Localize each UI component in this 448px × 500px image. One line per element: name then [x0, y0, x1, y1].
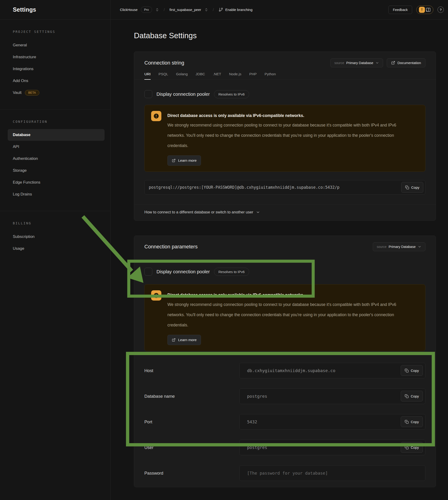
user-field[interactable]: postgres Copy: [239, 440, 425, 455]
learn-more-button[interactable]: Learn more: [167, 335, 201, 345]
warning-title: Direct database access is only available…: [167, 293, 401, 298]
warning-icon: [151, 290, 161, 300]
port-field[interactable]: 5432 Copy: [239, 414, 425, 430]
connect-help-expander[interactable]: How to connect to a different database o…: [134, 204, 436, 220]
sidebar-item-general[interactable]: General: [13, 39, 105, 51]
external-link-icon: [172, 338, 176, 342]
sidebar-item-authentication[interactable]: Authentication: [13, 153, 105, 165]
org-name[interactable]: ClickHouse: [120, 8, 138, 12]
plan-badge[interactable]: Pro: [141, 6, 152, 13]
section-label: PROJECT SETTINGS: [13, 30, 105, 33]
sidebar-item-usage[interactable]: Usage: [13, 243, 105, 254]
connection-string-tabs: URI PSQL Golang JDBC .NET Node.js PHP Py…: [134, 72, 436, 80]
tab-uri[interactable]: URI: [144, 72, 151, 80]
tab-dotnet[interactable]: .NET: [213, 72, 221, 80]
password-field[interactable]: [The password for your database]: [239, 465, 425, 481]
pooler-label: Display connection pooler: [157, 269, 210, 274]
display-connection-pooler-checkbox[interactable]: [144, 90, 152, 98]
sidebar-section-configuration: CONFIGURATION Database API Authenticatio…: [0, 110, 110, 211]
copy-icon: [405, 368, 409, 373]
database-name-row: Database name postgres Copy: [144, 388, 425, 404]
breadcrumb-separator: /: [211, 7, 215, 12]
sidebar-item-integrations[interactable]: Integrations: [13, 63, 105, 75]
sidebar-item-log-drains[interactable]: Log Drains: [13, 188, 105, 200]
settings-title: Settings: [13, 6, 36, 13]
port-label: Port: [144, 419, 239, 425]
alert-badge-icon: !: [419, 7, 425, 13]
chevron-down-icon: [256, 210, 260, 214]
warning-icon: [151, 111, 161, 121]
topbar: ClickHouse Pro / first_supabase_peer / E…: [111, 0, 448, 19]
user-row: User postgres Copy: [144, 440, 425, 455]
project-switcher-chevrons-icon[interactable]: [205, 8, 208, 12]
learn-more-button[interactable]: Learn more: [167, 155, 201, 166]
section-label: BILLING: [13, 221, 105, 225]
documentation-button[interactable]: Documentation: [387, 58, 425, 67]
git-branch-icon: [219, 7, 223, 12]
tab-jdbc[interactable]: JDBC: [196, 72, 205, 80]
database-name-label: Database name: [144, 394, 239, 399]
sidebar-item-vault[interactable]: Vault BETA: [13, 87, 105, 99]
connection-string-value[interactable]: postgresql://postgres:[YOUR-PASSWORD]@db…: [144, 180, 425, 195]
org-switcher-chevrons-icon[interactable]: [155, 8, 159, 12]
connection-string-card: Connection string source Primary Databas…: [134, 51, 436, 221]
ipv6-warning-panel: Direct database access is only available…: [144, 284, 425, 351]
copy-user-button[interactable]: Copy: [401, 442, 423, 453]
source-select[interactable]: source Primary Database: [373, 242, 425, 251]
copy-host-button[interactable]: Copy: [401, 365, 423, 376]
connection-parameters-title: Connection parameters: [144, 244, 198, 250]
breadcrumb-separator: /: [162, 7, 166, 12]
copy-icon: [405, 446, 409, 450]
user-label: User: [144, 445, 239, 450]
chevron-down-icon: [418, 245, 421, 249]
password-label: Password: [144, 471, 239, 476]
display-connection-pooler-checkbox[interactable]: [144, 268, 152, 276]
tab-golang[interactable]: Golang: [176, 72, 188, 80]
source-select[interactable]: source Primary Database: [330, 58, 383, 67]
database-name-field[interactable]: postgres Copy: [239, 388, 425, 404]
tab-nodejs[interactable]: Node.js: [229, 72, 241, 80]
ipv6-warning-panel: Direct database access is only available…: [144, 105, 425, 172]
beta-badge: BETA: [25, 90, 40, 96]
connection-string-title: Connection string: [144, 60, 184, 66]
sidebar-item-infrastructure[interactable]: Infrastructure: [13, 51, 105, 63]
port-row: Port 5432 Copy: [144, 414, 425, 430]
sidebar-section-billing: BILLING Subscription Usage: [0, 211, 110, 265]
tab-python[interactable]: Python: [265, 72, 276, 80]
connection-parameters-card: Connection parameters source Primary Dat…: [134, 235, 436, 487]
warning-title: Direct database access is only available…: [167, 113, 401, 118]
chevron-down-icon: [375, 61, 379, 65]
sidebar-item-subscription[interactable]: Subscription: [13, 231, 105, 243]
feedback-button[interactable]: Feedback: [388, 6, 412, 14]
password-row: Password [The password for your database…: [144, 465, 425, 481]
tab-php[interactable]: PHP: [249, 72, 256, 80]
sidebar-header: Settings: [0, 0, 110, 19]
copy-icon: [405, 394, 409, 398]
copy-icon: [405, 185, 409, 189]
topbar-actions: Feedback ! ?: [388, 6, 444, 14]
warning-body: We strongly recommend using connection p…: [167, 300, 401, 330]
project-name[interactable]: first_supabase_peer: [170, 8, 201, 12]
resolves-to-ipv6-badge: Resolves to IPv6: [214, 268, 249, 276]
copy-database-name-button[interactable]: Copy: [401, 391, 423, 401]
host-field[interactable]: db.cxhygiuitamxhniiddjm.supabase.co Copy: [239, 363, 425, 378]
main-content: Database Settings Connection string sour…: [111, 19, 448, 500]
sidebar-item-api[interactable]: API: [13, 141, 105, 153]
help-icon[interactable]: ?: [437, 6, 444, 13]
enable-branching-button[interactable]: Enable branching: [219, 7, 253, 12]
sidebar-item-add-ons[interactable]: Add Ons: [13, 75, 105, 87]
host-row: Host db.cxhygiuitamxhniiddjm.supabase.co…: [144, 363, 425, 378]
external-link-icon: [172, 159, 176, 162]
sidebar-item-storage[interactable]: Storage: [13, 165, 105, 176]
external-link-icon: [391, 61, 395, 65]
copy-icon: [405, 420, 409, 424]
notifications-button[interactable]: !: [416, 6, 433, 14]
tab-psql[interactable]: PSQL: [159, 72, 168, 80]
copy-port-button[interactable]: Copy: [401, 416, 423, 427]
sidebar-item-edge-functions[interactable]: Edge Functions: [13, 176, 105, 188]
sidebar-item-database[interactable]: Database: [8, 129, 105, 141]
warning-body: We strongly recommend using connection p…: [167, 120, 401, 151]
copy-uri-button[interactable]: Copy: [401, 182, 423, 193]
resolves-to-ipv6-badge: Resolves to IPv6: [214, 90, 249, 98]
sidebar-section-project-settings: PROJECT SETTINGS General Infrastructure …: [0, 19, 110, 109]
